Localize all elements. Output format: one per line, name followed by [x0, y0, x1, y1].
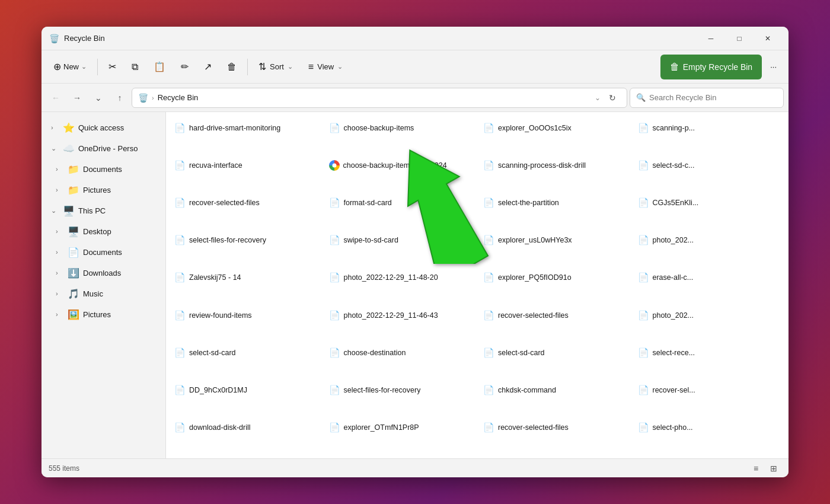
- file-icon: 📄: [483, 272, 494, 283]
- search-box[interactable]: 🔍: [630, 88, 784, 108]
- recent-locations-button[interactable]: ⌄: [89, 88, 108, 107]
- sidebar-item-label: Documents: [83, 165, 122, 174]
- sidebar-item-onedrive[interactable]: ⌄ ☁️ OneDrive - Perso: [44, 138, 163, 158]
- file-item[interactable]: 📄photo_2022-12-29_11-48-20: [324, 267, 477, 288]
- close-button[interactable]: ✕: [754, 29, 781, 48]
- file-item[interactable]: 📄select-files-for-recovery: [324, 379, 477, 401]
- title-bar: 🗑️ Recycle Bin ─ □ ✕: [42, 27, 788, 50]
- file-icon: 📄: [329, 385, 340, 395]
- more-button[interactable]: ···: [763, 56, 784, 78]
- file-item[interactable]: 📄swipe-to-sd-card: [324, 229, 477, 251]
- sort-button[interactable]: ⇅ Sort ⌄: [251, 56, 300, 78]
- minimize-button[interactable]: ─: [697, 29, 724, 48]
- file-item[interactable]: 📄recuva-interface: [170, 155, 322, 176]
- file-item[interactable]: 📄select-sd-card: [170, 342, 322, 363]
- refresh-button[interactable]: ↻: [604, 90, 621, 106]
- file-name: explorer_PQ5fIOD91o: [498, 273, 572, 282]
- list-view-button[interactable]: ≡: [748, 461, 764, 476]
- sidebar-item-pictures-od[interactable]: › 📁 Pictures: [44, 180, 163, 200]
- expand-arrow: ›: [56, 290, 64, 297]
- search-input[interactable]: [649, 93, 777, 102]
- file-item[interactable]: 📄download-disk-drill: [170, 417, 322, 438]
- file-item[interactable]: 📄photo_202...: [633, 229, 786, 251]
- file-item[interactable]: 📄choose-destination: [324, 342, 477, 363]
- file-icon: 📄: [638, 385, 649, 395]
- file-name: recuva-interface: [189, 161, 242, 170]
- file-icon: 📄: [329, 235, 340, 245]
- file-item[interactable]: 📄choose-backup-items: [324, 117, 477, 139]
- toolbar: ⊕ New ⌄ ✂ ⧉ 📋 ✏ ↗ 🗑: [42, 50, 788, 84]
- file-item[interactable]: 📄select-rece...: [633, 342, 786, 363]
- sort-icon: ⇅: [258, 61, 266, 72]
- file-name: Zalevskij75 - 14: [189, 273, 241, 282]
- new-button[interactable]: ⊕ New ⌄: [46, 56, 94, 78]
- file-item[interactable]: 📄recover-selected-files: [170, 192, 322, 213]
- rename-button[interactable]: ✏: [174, 56, 196, 78]
- share-button[interactable]: ↗: [197, 56, 219, 78]
- file-item[interactable]: choose-backup-items-485...024: [324, 155, 477, 176]
- file-item[interactable]: 📄select-pho...: [633, 417, 786, 438]
- file-name: select-sd-card: [189, 349, 236, 357]
- empty-recycle-bin-button[interactable]: 🗑 Empty Recycle Bin: [660, 55, 762, 79]
- file-item[interactable]: 📄hard-drive-smart-monitoring: [170, 117, 322, 139]
- file-item[interactable]: 📄explorer_PQ5fIOD91o: [478, 267, 631, 288]
- file-item[interactable]: 📄select-files-for-recovery: [170, 229, 322, 251]
- sidebar-item-downloads[interactable]: › ⬇️ Downloads: [44, 263, 163, 283]
- file-item[interactable]: 📄recover-selected-files: [478, 417, 631, 438]
- item-count: 555 items: [49, 464, 79, 473]
- file-item[interactable]: 📄scanning-p...: [633, 117, 786, 139]
- file-item[interactable]: 📄CGJs5EnKli...: [633, 192, 786, 213]
- sidebar-item-documents-od[interactable]: › 📁 Documents: [44, 159, 163, 179]
- sidebar-item-music[interactable]: › 🎵 Music: [44, 283, 163, 304]
- sidebar-item-pictures-pc[interactable]: › 🖼️ Pictures: [44, 304, 163, 324]
- file-item[interactable]: 📄review-found-items: [170, 305, 322, 326]
- expand-arrow: ›: [56, 311, 64, 318]
- expand-arrow: ⌄: [51, 145, 59, 152]
- file-item[interactable]: 📄scanning-process-disk-drill: [478, 155, 631, 176]
- address-path-bar[interactable]: 🗑️ › Recycle Bin ⌄ ↻: [132, 88, 627, 108]
- file-icon: 📄: [638, 160, 649, 171]
- file-item[interactable]: 📄explorer_OTmfN1Pr8P: [324, 417, 477, 438]
- file-item[interactable]: 📄select-sd-card: [478, 342, 631, 363]
- file-item[interactable]: 📄erase-all-c...: [633, 267, 786, 288]
- file-item[interactable]: 📄explorer_OoOOs1c5ix: [478, 117, 631, 139]
- folder-icon: 📁: [68, 184, 79, 196]
- file-name: choose-backup-items: [344, 124, 414, 132]
- paste-button[interactable]: 📋: [146, 56, 173, 78]
- file-name: photo_2022-12-29_11-46-43: [344, 311, 438, 320]
- file-item[interactable]: 📄recover-sel...: [633, 379, 786, 401]
- file-item[interactable]: 📄format-sd-card: [324, 192, 477, 213]
- file-icon: 📄: [329, 310, 340, 321]
- file-item[interactable]: 📄select-the-partition: [478, 192, 631, 213]
- file-name: download-disk-drill: [189, 423, 251, 432]
- up-button[interactable]: ↑: [110, 88, 129, 107]
- copy-icon: ⧉: [132, 62, 138, 72]
- delete-button[interactable]: 🗑: [220, 56, 244, 78]
- file-item[interactable]: 📄Zalevskij75 - 14: [170, 267, 322, 288]
- back-button[interactable]: ←: [46, 88, 65, 107]
- sidebar-item-quick-access[interactable]: › ⭐ Quick access: [44, 117, 163, 138]
- file-name: explorer_usL0wHYe3x: [498, 236, 572, 244]
- path-chevron[interactable]: ⌄: [595, 94, 601, 102]
- rename-icon: ✏: [181, 61, 189, 72]
- sidebar-item-desktop[interactable]: › 🖥️ Desktop: [44, 221, 163, 241]
- file-item[interactable]: 📄explorer_usL0wHYe3x: [478, 229, 631, 251]
- file-item[interactable]: 📄photo_202...: [633, 305, 786, 326]
- sidebar-item-label: Pictures: [83, 310, 111, 319]
- sidebar-item-documents-pc[interactable]: › 📄 Documents: [44, 242, 163, 262]
- file-item[interactable]: 📄chkdsk-command: [478, 379, 631, 401]
- file-item[interactable]: 📄DD_9hCx0rD1MJ: [170, 379, 322, 401]
- file-item[interactable]: 📄recover-selected-files: [478, 305, 631, 326]
- copy-button[interactable]: ⧉: [124, 56, 145, 78]
- cut-button[interactable]: ✂: [101, 56, 123, 78]
- sidebar-item-this-pc[interactable]: ⌄ 🖥️ This PC: [44, 200, 163, 221]
- file-item[interactable]: 📄photo_2022-12-29_11-46-43: [324, 305, 477, 326]
- view-button[interactable]: ≡ View ⌄: [301, 56, 350, 78]
- forward-button[interactable]: →: [68, 88, 87, 107]
- grid-view-button[interactable]: ⊞: [766, 461, 781, 476]
- sidebar-item-label: This PC: [78, 206, 106, 215]
- maximize-button[interactable]: □: [726, 29, 753, 48]
- file-item[interactable]: 📄select-sd-c...: [633, 155, 786, 176]
- sidebar-item-label: Desktop: [83, 227, 111, 236]
- expand-arrow: ›: [56, 248, 64, 256]
